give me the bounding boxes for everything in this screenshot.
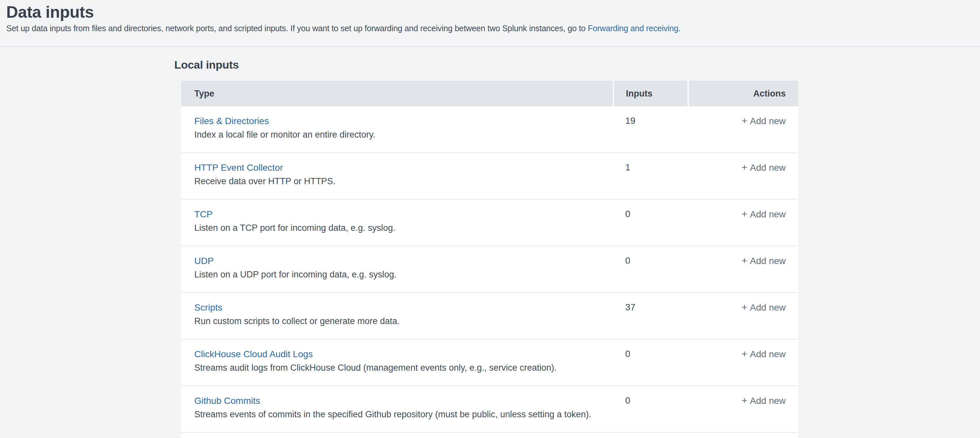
table-row-partial — [181, 433, 798, 438]
plus-icon: + — [742, 209, 748, 219]
page-header: Data inputs Set up data inputs from file… — [0, 0, 980, 47]
add-new-label: Add new — [750, 396, 786, 406]
add-new-button[interactable]: +Add new — [742, 396, 786, 406]
table-row-files-directories: Files & Directories Index a local file o… — [181, 107, 798, 153]
add-new-label: Add new — [750, 116, 786, 126]
plus-icon: + — [742, 255, 748, 266]
plus-icon: + — [742, 395, 748, 406]
plus-icon: + — [742, 162, 748, 173]
inputs-count: 1 — [613, 153, 687, 199]
inputs-count: 19 — [613, 107, 687, 152]
inputs-count: 0 — [613, 339, 687, 385]
type-link-udp[interactable]: UDP — [194, 255, 214, 267]
type-description: Receive data over HTTP or HTTPS. — [194, 176, 606, 187]
add-new-label: Add new — [750, 162, 786, 173]
table-row-http-event-collector: HTTP Event Collector Receive data over H… — [181, 153, 798, 200]
add-new-button[interactable]: +Add new — [742, 349, 786, 359]
type-link-github-commits[interactable]: Github Commits — [194, 395, 260, 406]
add-new-button[interactable]: +Add new — [742, 256, 786, 266]
type-description: Run custom scripts to collect or generat… — [194, 315, 606, 327]
inputs-count: 37 — [613, 293, 687, 339]
type-link-files-directories[interactable]: Files & Directories — [194, 116, 269, 127]
add-new-label: Add new — [750, 209, 786, 219]
type-description: Streams events of commits in the specifi… — [194, 409, 606, 420]
type-description: Listen on a UDP port for incoming data, … — [194, 269, 606, 280]
page-title: Data inputs — [6, 3, 980, 22]
plus-icon: + — [742, 115, 748, 126]
add-new-label: Add new — [750, 303, 786, 312]
actions-cell: +Add new — [687, 386, 798, 432]
table-row-github-commits: Github Commits Streams events of commits… — [181, 386, 798, 433]
type-link-clickhouse-cloud-audit-logs[interactable]: ClickHouse Cloud Audit Logs — [194, 349, 313, 360]
actions-cell: +Add new — [687, 153, 798, 199]
column-header-inputs: Inputs — [613, 81, 687, 107]
add-new-button[interactable]: +Add new — [742, 303, 786, 312]
table-header-row: Type Inputs Actions — [181, 81, 798, 107]
type-link-scripts[interactable]: Scripts — [194, 302, 223, 313]
type-link-tcp[interactable]: TCP — [194, 209, 213, 220]
actions-cell: +Add new — [687, 107, 798, 152]
type-description: Listen on a TCP port for incoming data, … — [194, 222, 606, 233]
main-content: Local inputs Type Inputs Actions Files &… — [0, 59, 980, 438]
local-inputs-table: Type Inputs Actions Files & Directories … — [181, 81, 798, 438]
type-cell: Scripts Run custom scripts to collect or… — [181, 293, 613, 339]
actions-cell: +Add new — [687, 246, 798, 292]
type-link-http-event-collector[interactable]: HTTP Event Collector — [194, 162, 283, 174]
table-row-tcp: TCP Listen on a TCP port for incoming da… — [181, 200, 798, 246]
forwarding-and-receiving-link[interactable]: Forwarding and receiving — [588, 24, 678, 33]
page-subtitle: Set up data inputs from files and direct… — [6, 23, 980, 33]
type-cell: ClickHouse Cloud Audit Logs Streams audi… — [181, 339, 613, 385]
type-cell: TCP Listen on a TCP port for incoming da… — [181, 200, 613, 245]
actions-cell: +Add new — [687, 293, 798, 339]
column-header-type: Type — [181, 81, 613, 107]
add-new-button[interactable]: +Add new — [742, 209, 786, 219]
table-row-scripts: Scripts Run custom scripts to collect or… — [181, 293, 798, 339]
type-cell: UDP Listen on a UDP port for incoming da… — [181, 246, 613, 292]
plus-icon: + — [742, 302, 748, 312]
actions-cell: +Add new — [687, 200, 798, 245]
add-new-button[interactable]: +Add new — [742, 162, 786, 173]
type-cell: HTTP Event Collector Receive data over H… — [181, 153, 613, 199]
type-cell: Files & Directories Index a local file o… — [181, 107, 613, 152]
subtitle-period: . — [678, 24, 681, 33]
inputs-count: 0 — [613, 386, 687, 432]
actions-cell: +Add new — [687, 339, 798, 385]
table-row-clickhouse-cloud-audit-logs: ClickHouse Cloud Audit Logs Streams audi… — [181, 339, 798, 386]
add-new-label: Add new — [750, 256, 786, 266]
column-header-actions: Actions — [687, 81, 798, 107]
type-description: Index a local file or monitor an entire … — [194, 129, 606, 140]
add-new-button[interactable]: +Add new — [742, 116, 786, 126]
inputs-count: 0 — [613, 200, 687, 245]
plus-icon: + — [742, 348, 748, 359]
table-row-udp: UDP Listen on a UDP port for incoming da… — [181, 246, 798, 293]
type-cell: Github Commits Streams events of commits… — [181, 386, 613, 432]
local-inputs-heading: Local inputs — [174, 59, 980, 71]
type-description: Streams audit logs from ClickHouse Cloud… — [194, 362, 606, 373]
inputs-count: 0 — [613, 246, 687, 292]
subtitle-text: Set up data inputs from files and direct… — [6, 24, 588, 33]
add-new-label: Add new — [750, 349, 786, 359]
